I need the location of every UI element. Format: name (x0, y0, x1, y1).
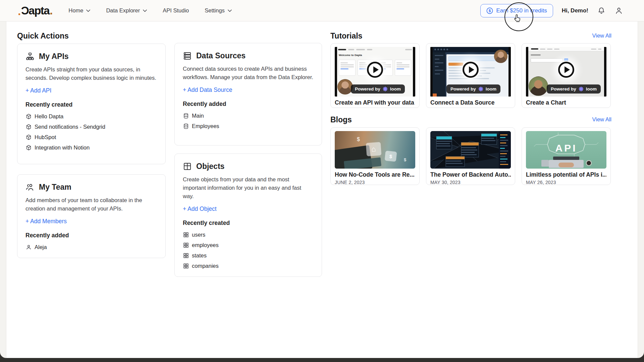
dollar-tile-icon: $ (385, 150, 397, 162)
schema-graphic (430, 131, 511, 169)
play-button-icon[interactable] (366, 61, 384, 79)
blog-card-limitless-apis[interactable]: API Limitless potential of APIs i... MAY… (522, 127, 611, 185)
api-list-item[interactable]: HubSpot (25, 132, 157, 142)
thumb-decor (528, 47, 604, 51)
tutorial-video-thumbnail: Powered by loom (526, 47, 606, 97)
nav-item-label: Settings (205, 7, 225, 14)
loom-badge-text: Powered by (450, 86, 476, 92)
account-user-icon[interactable] (614, 6, 623, 15)
object-list-item[interactable]: states (183, 250, 314, 261)
cube-icon (25, 113, 32, 120)
play-button-icon[interactable] (557, 61, 575, 79)
grid-icon (183, 252, 189, 259)
recent-apis-list: Hello Dapta Send notifications - Sendgri… (25, 111, 157, 153)
recently-created-header: Recently created (25, 101, 157, 108)
blog-card-backend-automation[interactable]: The Power of Backend Auto... MAY 30, 202… (426, 127, 515, 185)
thumb-caption: Welcome to Dapta (339, 54, 362, 57)
nav-item-api-studio[interactable]: API Studio (163, 7, 189, 14)
letterbox-bar (413, 47, 415, 97)
object-list-item[interactable]: users (183, 230, 314, 240)
database-icon (183, 123, 189, 129)
recent-sources-list: Main Employees (183, 111, 314, 131)
loom-badge: Powered by loom (446, 84, 500, 94)
card-title: Data Sources (196, 51, 246, 60)
blog-thumbnail: ⌂ $ $ $ (335, 131, 415, 169)
blog-title: The Power of Backend Auto... (430, 171, 511, 178)
notifications-bell-icon[interactable] (597, 6, 606, 15)
thumb-decor (531, 54, 541, 56)
bank-icon: ⌂ (366, 142, 382, 157)
card-title: My APIs (39, 52, 69, 61)
loom-logo-icon (383, 86, 388, 92)
card-description: Add members of your team to collaborate … (25, 196, 157, 213)
recently-created-header: Recently created (183, 220, 314, 227)
nav-item-settings[interactable]: Settings (205, 7, 232, 14)
api-name: Send notifications - Sendgrid (35, 124, 105, 130)
blog-card-no-code-tools[interactable]: ⌂ $ $ $ How No-Code Tools are Re... JUNE… (330, 127, 420, 185)
blog-date: MAY 26, 2023 (526, 180, 606, 185)
blogs-view-all-link[interactable]: View All (592, 116, 611, 123)
table-grid-icon (183, 162, 192, 171)
thumb-decor (553, 157, 579, 160)
loom-badge: Powered by loom (351, 84, 405, 94)
my-apis-card: My APIs Create APIs straight from your d… (17, 44, 166, 164)
card-header: My APIs (25, 52, 157, 61)
nav-item-home[interactable]: Home (68, 7, 90, 14)
blogs-heading: Blogs (330, 115, 352, 124)
thumb-decor (541, 160, 549, 167)
source-list-item[interactable]: Main (183, 111, 314, 121)
source-list-item[interactable]: Employees (183, 121, 314, 131)
grid-icon (183, 242, 189, 248)
card-description: Connect data sources to create APIs and … (183, 65, 314, 81)
add-data-source-link[interactable]: + Add Data Source (183, 86, 232, 94)
recent-objects-list: users employees states companies (183, 230, 314, 271)
tutorials-view-all-link[interactable]: View All (592, 33, 611, 39)
tutorial-card-create-api[interactable]: Welcome to Dapta Powered by loom Create … (330, 43, 420, 108)
primary-nav: Home Data Explorer API Studio Settings (68, 7, 232, 14)
tutorial-card-create-chart[interactable]: Powered by loom Create a Chart (522, 43, 611, 108)
nav-item-data-explorer[interactable]: Data Explorer (106, 7, 147, 14)
member-list-item[interactable]: Aleja (25, 242, 157, 252)
recently-added-header: Recently added (25, 232, 157, 239)
recently-added-header: Recently added (183, 101, 314, 108)
blog-thumbnail (430, 131, 511, 169)
blog-title: How No-Code Tools are Re... (335, 171, 415, 178)
letterbox-bar (335, 47, 337, 97)
server-icon (183, 51, 192, 60)
api-list-item[interactable]: Integration with Notion (25, 142, 157, 153)
presenter-avatar (529, 76, 548, 96)
api-list-item[interactable]: Send notifications - Sendgrid (25, 122, 157, 132)
card-description: Create objects from your data and the mo… (183, 175, 314, 200)
card-header: My Team (25, 183, 157, 192)
card-title: Objects (196, 162, 224, 171)
dapta-logo[interactable]: Ɔapta. (18, 4, 53, 17)
thumb-decor (434, 49, 448, 50)
add-api-link[interactable]: + Add API (25, 87, 51, 94)
play-button-icon[interactable] (462, 61, 480, 79)
data-sources-card: Data Sources Connect data sources to cre… (174, 43, 322, 145)
presenter-avatar (494, 50, 507, 63)
svg-text:$: $ (489, 9, 491, 13)
loom-brand-text: loom (486, 86, 496, 92)
chevron-down-icon (86, 9, 90, 12)
card-header: Objects (183, 162, 314, 171)
person-icon (25, 244, 32, 250)
add-members-link[interactable]: + Add Members (25, 218, 67, 225)
api-list-item[interactable]: Hello Dapta (25, 111, 157, 122)
object-list-item[interactable]: companies (183, 261, 314, 271)
nav-item-label: API Studio (163, 7, 189, 14)
object-list-item[interactable]: employees (183, 240, 314, 250)
cube-icon (25, 144, 32, 151)
tutorials-heading: Tutorials (330, 32, 362, 41)
logo-period: . (50, 4, 53, 17)
cube-icon (25, 124, 32, 130)
tutorial-card-connect-data-source[interactable]: Powered by loom Connect a Data Source (426, 43, 515, 108)
dollar-glyph: $ (357, 136, 360, 142)
loom-brand-text: loom (586, 86, 597, 92)
nav-item-label: Home (68, 7, 83, 14)
blog-date: JUNE 2, 2023 (335, 180, 415, 185)
grid-icon (183, 232, 189, 238)
blog-title: Limitless potential of APIs i... (526, 171, 606, 178)
add-object-link[interactable]: + Add Object (183, 205, 217, 213)
card-description: Create APIs straight from your data sour… (25, 65, 157, 82)
